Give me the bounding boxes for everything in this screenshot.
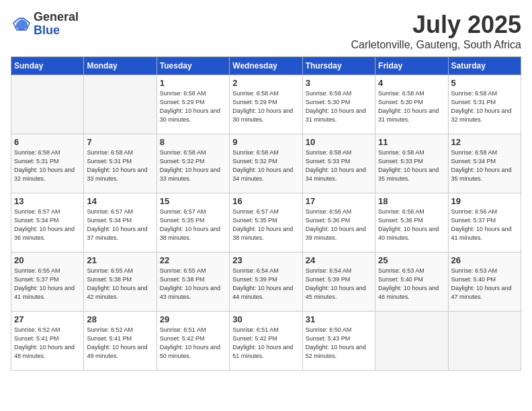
calendar-cell: 1Sunrise: 6:58 AM Sunset: 5:29 PM Daylig… <box>157 75 229 134</box>
day-info: Sunrise: 6:58 AM Sunset: 5:30 PM Dayligh… <box>306 89 372 124</box>
day-info: Sunrise: 6:58 AM Sunset: 5:31 PM Dayligh… <box>14 148 81 183</box>
week-row-1: 1Sunrise: 6:58 AM Sunset: 5:29 PM Daylig… <box>11 75 521 134</box>
day-number: 31 <box>306 314 372 324</box>
calendar-cell: 16Sunrise: 6:57 AM Sunset: 5:35 PM Dayli… <box>230 193 302 253</box>
calendar-cell: 25Sunrise: 6:53 AM Sunset: 5:40 PM Dayli… <box>375 253 448 312</box>
calendar-cell: 3Sunrise: 6:58 AM Sunset: 5:30 PM Daylig… <box>302 75 375 134</box>
day-number: 3 <box>306 78 372 88</box>
day-number: 12 <box>451 137 518 147</box>
day-number: 6 <box>14 137 81 147</box>
day-info: Sunrise: 6:53 AM Sunset: 5:40 PM Dayligh… <box>378 267 445 302</box>
header-saturday: Saturday <box>448 57 521 75</box>
calendar-cell: 21Sunrise: 6:55 AM Sunset: 5:38 PM Dayli… <box>84 253 157 312</box>
day-info: Sunrise: 6:52 AM Sunset: 5:41 PM Dayligh… <box>87 326 153 361</box>
day-number: 19 <box>451 196 518 206</box>
calendar-cell: 2Sunrise: 6:58 AM Sunset: 5:29 PM Daylig… <box>230 75 302 134</box>
calendar-cell: 13Sunrise: 6:57 AM Sunset: 5:34 PM Dayli… <box>11 193 84 253</box>
header-wednesday: Wednesday <box>230 57 302 75</box>
day-number: 25 <box>378 255 445 265</box>
day-number: 7 <box>87 137 153 147</box>
week-row-3: 13Sunrise: 6:57 AM Sunset: 5:34 PM Dayli… <box>11 193 521 253</box>
day-info: Sunrise: 6:57 AM Sunset: 5:35 PM Dayligh… <box>160 208 226 242</box>
day-info: Sunrise: 6:51 AM Sunset: 5:42 PM Dayligh… <box>160 326 226 361</box>
day-number: 29 <box>160 314 226 324</box>
header-row: SundayMondayTuesdayWednesdayThursdayFrid… <box>11 57 521 75</box>
day-info: Sunrise: 6:56 AM Sunset: 5:37 PM Dayligh… <box>451 208 518 242</box>
calendar-cell: 24Sunrise: 6:54 AM Sunset: 5:39 PM Dayli… <box>302 253 375 312</box>
calendar-cell: 29Sunrise: 6:51 AM Sunset: 5:42 PM Dayli… <box>157 312 229 371</box>
day-info: Sunrise: 6:50 AM Sunset: 5:43 PM Dayligh… <box>306 326 372 361</box>
day-number: 4 <box>378 78 445 88</box>
header-tuesday: Tuesday <box>157 57 229 75</box>
day-info: Sunrise: 6:58 AM Sunset: 5:29 PM Dayligh… <box>160 89 226 124</box>
calendar-cell: 30Sunrise: 6:51 AM Sunset: 5:42 PM Dayli… <box>230 312 302 371</box>
logo-general-text: General <box>34 11 79 24</box>
logo-icon <box>12 15 31 34</box>
day-info: Sunrise: 6:58 AM Sunset: 5:32 PM Dayligh… <box>160 148 226 183</box>
week-row-5: 27Sunrise: 6:52 AM Sunset: 5:41 PM Dayli… <box>11 312 521 371</box>
day-number: 15 <box>160 196 226 206</box>
day-number: 11 <box>378 137 445 147</box>
calendar-cell: 4Sunrise: 6:58 AM Sunset: 5:30 PM Daylig… <box>375 75 448 134</box>
day-number: 9 <box>232 137 299 147</box>
logo: General Blue <box>11 11 79 38</box>
day-number: 8 <box>160 137 226 147</box>
calendar-cell <box>84 75 157 134</box>
calendar-cell: 6Sunrise: 6:58 AM Sunset: 5:31 PM Daylig… <box>11 134 84 193</box>
calendar-cell <box>11 75 84 134</box>
day-info: Sunrise: 6:58 AM Sunset: 5:30 PM Dayligh… <box>378 89 445 124</box>
calendar-cell: 18Sunrise: 6:56 AM Sunset: 5:36 PM Dayli… <box>375 193 448 253</box>
calendar-table: SundayMondayTuesdayWednesdayThursdayFrid… <box>11 56 521 371</box>
day-info: Sunrise: 6:58 AM Sunset: 5:33 PM Dayligh… <box>306 148 372 183</box>
header-monday: Monday <box>84 57 157 75</box>
day-number: 22 <box>160 255 226 265</box>
day-info: Sunrise: 6:55 AM Sunset: 5:38 PM Dayligh… <box>160 267 226 302</box>
calendar-subtitle: Carletonville, Gauteng, South Africa <box>351 39 521 51</box>
calendar-cell: 17Sunrise: 6:56 AM Sunset: 5:36 PM Dayli… <box>302 193 375 253</box>
day-number: 13 <box>14 196 81 206</box>
day-number: 28 <box>87 314 153 324</box>
calendar-title: July 2025 <box>351 11 521 39</box>
calendar-cell: 22Sunrise: 6:55 AM Sunset: 5:38 PM Dayli… <box>157 253 229 312</box>
logo-blue-text: Blue <box>34 24 79 38</box>
day-info: Sunrise: 6:58 AM Sunset: 5:33 PM Dayligh… <box>378 148 445 183</box>
day-number: 20 <box>14 255 81 265</box>
calendar-cell: 31Sunrise: 6:50 AM Sunset: 5:43 PM Dayli… <box>302 312 375 371</box>
calendar-cell: 10Sunrise: 6:58 AM Sunset: 5:33 PM Dayli… <box>302 134 375 193</box>
day-number: 30 <box>232 314 299 324</box>
day-number: 21 <box>87 255 153 265</box>
calendar-cell: 27Sunrise: 6:52 AM Sunset: 5:41 PM Dayli… <box>11 312 84 371</box>
day-number: 24 <box>306 255 372 265</box>
day-number: 14 <box>87 196 153 206</box>
week-row-4: 20Sunrise: 6:55 AM Sunset: 5:37 PM Dayli… <box>11 253 521 312</box>
day-info: Sunrise: 6:53 AM Sunset: 5:40 PM Dayligh… <box>451 267 518 302</box>
calendar-cell: 26Sunrise: 6:53 AM Sunset: 5:40 PM Dayli… <box>448 253 521 312</box>
day-number: 26 <box>451 255 518 265</box>
day-info: Sunrise: 6:52 AM Sunset: 5:41 PM Dayligh… <box>14 326 81 361</box>
calendar-cell <box>375 312 448 371</box>
calendar-cell: 11Sunrise: 6:58 AM Sunset: 5:33 PM Dayli… <box>375 134 448 193</box>
day-number: 10 <box>306 137 372 147</box>
calendar-cell: 14Sunrise: 6:57 AM Sunset: 5:34 PM Dayli… <box>84 193 157 253</box>
day-info: Sunrise: 6:58 AM Sunset: 5:31 PM Dayligh… <box>87 148 153 183</box>
header-thursday: Thursday <box>302 57 375 75</box>
day-info: Sunrise: 6:56 AM Sunset: 5:36 PM Dayligh… <box>306 208 372 242</box>
calendar-cell: 23Sunrise: 6:54 AM Sunset: 5:39 PM Dayli… <box>230 253 302 312</box>
calendar-cell <box>448 312 521 371</box>
page-header: General Blue July 2025 Carletonville, Ga… <box>11 11 521 51</box>
day-number: 23 <box>232 255 299 265</box>
calendar-cell: 28Sunrise: 6:52 AM Sunset: 5:41 PM Dayli… <box>84 312 157 371</box>
day-info: Sunrise: 6:58 AM Sunset: 5:29 PM Dayligh… <box>232 89 299 124</box>
calendar-cell: 19Sunrise: 6:56 AM Sunset: 5:37 PM Dayli… <box>448 193 521 253</box>
day-number: 16 <box>232 196 299 206</box>
day-number: 18 <box>378 196 445 206</box>
calendar-cell: 20Sunrise: 6:55 AM Sunset: 5:37 PM Dayli… <box>11 253 84 312</box>
day-number: 27 <box>14 314 81 324</box>
day-number: 17 <box>306 196 372 206</box>
day-info: Sunrise: 6:57 AM Sunset: 5:35 PM Dayligh… <box>232 208 299 242</box>
day-info: Sunrise: 6:56 AM Sunset: 5:36 PM Dayligh… <box>378 208 445 242</box>
day-info: Sunrise: 6:54 AM Sunset: 5:39 PM Dayligh… <box>306 267 372 302</box>
day-info: Sunrise: 6:57 AM Sunset: 5:34 PM Dayligh… <box>87 208 153 242</box>
header-sunday: Sunday <box>11 57 84 75</box>
day-info: Sunrise: 6:57 AM Sunset: 5:34 PM Dayligh… <box>14 208 81 242</box>
